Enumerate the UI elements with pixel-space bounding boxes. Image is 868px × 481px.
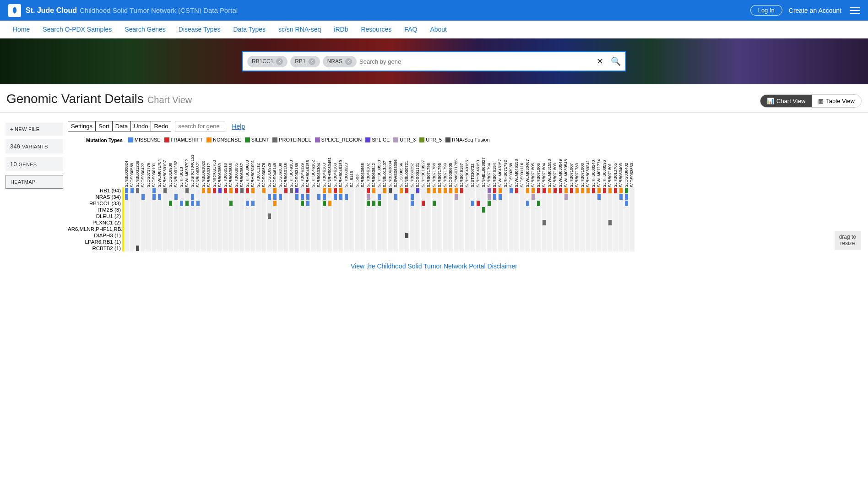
heatmap-cell[interactable]: [591, 187, 597, 194]
heatmap-cell[interactable]: [195, 213, 201, 219]
heatmap-cell[interactable]: [163, 245, 168, 251]
nav-search-genes[interactable]: Search Genes: [118, 26, 172, 33]
heatmap-cell[interactable]: [470, 226, 476, 232]
heatmap-cell[interactable]: [564, 232, 569, 239]
genes-count-button[interactable]: 10 Genes: [5, 157, 63, 171]
heatmap-cell[interactable]: [289, 239, 294, 245]
heatmap-cell[interactable]: [520, 239, 525, 245]
heatmap-cell[interactable]: [294, 213, 300, 219]
heatmap-cell[interactable]: [168, 239, 174, 245]
heatmap-cell[interactable]: [410, 232, 415, 239]
heatmap-cell[interactable]: [459, 200, 465, 207]
heatmap-cell[interactable]: [146, 239, 152, 245]
heatmap-cell[interactable]: [366, 213, 371, 219]
heatmap-cell[interactable]: [569, 226, 575, 232]
heatmap-cell[interactable]: [377, 213, 382, 219]
heatmap-cell[interactable]: [448, 219, 454, 226]
table-view-tab[interactable]: ▦Table View: [812, 95, 861, 107]
heatmap-cell[interactable]: [371, 239, 377, 245]
heatmap-cell[interactable]: [250, 213, 256, 219]
column-label[interactable]: SJRB063836: [228, 147, 234, 187]
heatmap-cell[interactable]: [564, 207, 569, 213]
heatmap-cell[interactable]: [305, 194, 311, 200]
heatmap-cell[interactable]: [141, 194, 146, 200]
heatmap-cell[interactable]: [448, 226, 454, 232]
nav-search-o-pdx-samples[interactable]: Search O-PDX Samples: [36, 26, 118, 33]
column-label[interactable]: SJNBL063821: [195, 147, 201, 187]
sort-button[interactable]: Sort: [96, 121, 113, 131]
heatmap-cell[interactable]: [174, 239, 179, 245]
column-label[interactable]: SJRB013765: [613, 147, 618, 187]
heatmap-cell[interactable]: [542, 187, 547, 194]
column-label[interactable]: SJNBL030721: [404, 147, 410, 187]
heatmap-cell[interactable]: [465, 194, 470, 200]
column-label[interactable]: SJOS010929: [267, 147, 272, 187]
heatmap-cell[interactable]: [135, 194, 141, 200]
heatmap-cell[interactable]: [575, 187, 580, 194]
heatmap-cell[interactable]: [344, 239, 349, 245]
heatmap-cell[interactable]: [591, 213, 597, 219]
heatmap-cell[interactable]: [124, 219, 130, 226]
heatmap-cell[interactable]: [564, 187, 569, 194]
heatmap-cell[interactable]: [404, 226, 410, 232]
column-label[interactable]: SJNBL063834: [388, 147, 393, 187]
heatmap-cell[interactable]: [124, 194, 130, 200]
heatmap-cell[interactable]: [316, 239, 322, 245]
heatmap-cell[interactable]: [212, 226, 217, 232]
heatmap-cell[interactable]: [163, 194, 168, 200]
heatmap-cell[interactable]: [239, 207, 245, 213]
heatmap-cell[interactable]: [344, 187, 349, 194]
heatmap-cell[interactable]: [602, 194, 608, 200]
heatmap-cell[interactable]: [465, 187, 470, 194]
column-label[interactable]: SJWLM030548: [564, 147, 569, 187]
column-label[interactable]: SJOS046149: [272, 147, 278, 187]
heatmap-cell[interactable]: [338, 232, 344, 239]
heatmap-cell[interactable]: [179, 239, 184, 245]
heatmap-cell[interactable]: [130, 187, 135, 194]
column-label[interactable]: SJEWS071785: [454, 147, 459, 187]
heatmap-cell[interactable]: [426, 232, 432, 239]
heatmap-cell[interactable]: [333, 194, 338, 200]
heatmap-cell[interactable]: [327, 213, 333, 219]
heatmap-cell[interactable]: [163, 187, 168, 194]
heatmap-cell[interactable]: [476, 219, 481, 226]
column-label[interactable]: SJRB030304: [316, 147, 322, 187]
heatmap-cell[interactable]: [223, 226, 228, 232]
heatmap-cell[interactable]: [300, 245, 305, 251]
heatmap-cell[interactable]: [388, 226, 393, 232]
heatmap-cell[interactable]: [338, 194, 344, 200]
heatmap-cell[interactable]: [245, 213, 250, 219]
heatmap-cell[interactable]: [135, 207, 141, 213]
column-label[interactable]: SJNRHB030451: [327, 147, 333, 187]
heatmap-cell[interactable]: [536, 200, 542, 207]
heatmap-cell[interactable]: [531, 219, 536, 226]
heatmap-cell[interactable]: [454, 213, 459, 219]
heatmap-cell[interactable]: [421, 239, 426, 245]
heatmap-cell[interactable]: [399, 232, 404, 239]
heatmap-cell[interactable]: [206, 239, 212, 245]
heatmap-cell[interactable]: [602, 245, 608, 251]
heatmap-cell[interactable]: [190, 207, 195, 213]
heatmap-cell[interactable]: [157, 187, 163, 194]
heatmap-cell[interactable]: [553, 239, 558, 245]
column-label[interactable]: SJRHB030680: [245, 147, 250, 187]
nav-sc-sn-rna-seq[interactable]: sc/sn RNA-seq: [272, 26, 327, 33]
heatmap-cell[interactable]: [569, 207, 575, 213]
heatmap-cell[interactable]: [174, 232, 179, 239]
heatmap-cell[interactable]: [141, 245, 146, 251]
heatmap-cell[interactable]: [432, 219, 437, 226]
column-label[interactable]: SJRHB030538: [377, 147, 382, 187]
heatmap-cell[interactable]: [190, 219, 195, 226]
heatmap-cell[interactable]: [256, 239, 261, 245]
heatmap-cell[interactable]: [305, 187, 311, 194]
heatmap-cell[interactable]: [426, 187, 432, 194]
heatmap-cell[interactable]: [130, 226, 135, 232]
heatmap-cell[interactable]: [206, 245, 212, 251]
heatmap-cell[interactable]: [415, 245, 421, 251]
heatmap-cell[interactable]: [393, 213, 399, 219]
heatmap-cell[interactable]: [553, 187, 558, 194]
heatmap-cell[interactable]: [597, 187, 602, 194]
heatmap-cell[interactable]: [327, 207, 333, 213]
column-label[interactable]: SJWLM030549: [558, 147, 564, 187]
heatmap-cell[interactable]: [174, 194, 179, 200]
